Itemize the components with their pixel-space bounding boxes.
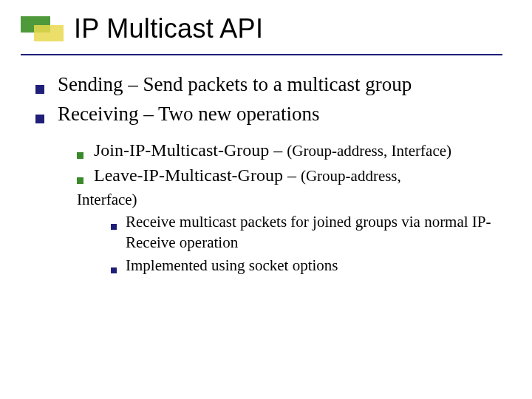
title-underline bbox=[21, 54, 502, 55]
op-name: Join-IP-Multicast-Group – bbox=[94, 140, 287, 160]
slide-title: IP Multicast API bbox=[74, 13, 502, 44]
op-args: (Group-address, bbox=[301, 167, 401, 185]
list-item: Implemented using socket options bbox=[111, 255, 501, 276]
slide-body: Sending – Send packets to a multicast gr… bbox=[35, 71, 501, 277]
square-bullet-icon bbox=[35, 85, 44, 94]
title-row: IP Multicast API bbox=[74, 13, 502, 44]
square-bullet-icon bbox=[111, 224, 117, 230]
corner-ornament bbox=[21, 16, 62, 43]
square-bullet-icon bbox=[35, 115, 44, 123]
op-args: (Group-address, Interface) bbox=[287, 142, 451, 160]
square-bullet-icon bbox=[111, 267, 117, 273]
list-item-text: Leave-IP-Multicast-Group – (Group-addres… bbox=[94, 163, 401, 187]
list-item-text: Implemented using socket options bbox=[126, 255, 338, 276]
list-item: Join-IP-Multicast-Group – (Group-address… bbox=[77, 138, 501, 162]
op-name: Leave-IP-Multicast-Group – bbox=[94, 166, 301, 185]
list-item-text: Sending – Send packets to a multicast gr… bbox=[58, 71, 412, 98]
square-bullet-icon bbox=[77, 152, 83, 159]
slide: IP Multicast API Sending – Send packets … bbox=[0, 0, 532, 399]
list-item: Leave-IP-Multicast-Group – (Group-addres… bbox=[77, 163, 501, 187]
list-item-text: Receiving – Two new operations bbox=[58, 100, 320, 127]
list-item: Receive multicast packets for joined gro… bbox=[111, 211, 501, 253]
ornament-yellow-box bbox=[34, 25, 64, 41]
list-item-continuation: Interface) bbox=[77, 189, 501, 210]
square-bullet-icon bbox=[77, 177, 83, 184]
list-item: Sending – Send packets to a multicast gr… bbox=[35, 71, 501, 98]
list-item-text: Join-IP-Multicast-Group – (Group-address… bbox=[94, 138, 451, 162]
list-item-text: Receive multicast packets for joined gro… bbox=[126, 211, 501, 253]
list-item: Receiving – Two new operations bbox=[35, 100, 501, 127]
